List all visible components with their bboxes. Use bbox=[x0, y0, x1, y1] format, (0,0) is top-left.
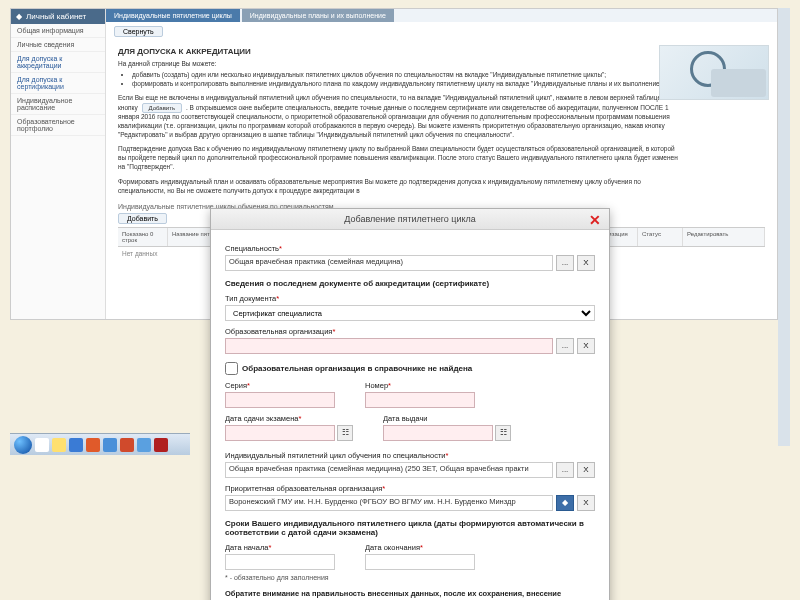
specialty-label: Специальность bbox=[225, 244, 595, 253]
series-input[interactable] bbox=[225, 392, 335, 408]
cert-section-heading: Сведения о последнем документе об аккред… bbox=[225, 279, 595, 288]
cycle-label: Индивидуальный пятилетний цикл обучения … bbox=[225, 451, 595, 460]
sidebar-item-accreditation[interactable]: Для допуска к аккредитации bbox=[11, 52, 105, 73]
col-shown: Показано 0 строк bbox=[118, 228, 168, 246]
required-footnote: * - обязательно для заполнения bbox=[225, 574, 595, 581]
col-status: Статус bbox=[638, 228, 683, 246]
browser-icon[interactable] bbox=[69, 438, 83, 452]
pdf-icon[interactable] bbox=[154, 438, 168, 452]
taskbar bbox=[10, 433, 190, 455]
issue-date-label: Дата выдачи bbox=[383, 414, 511, 423]
sidebar-item-schedule[interactable]: Индивидуальное расписание bbox=[11, 94, 105, 115]
folder-icon[interactable] bbox=[52, 438, 66, 452]
series-label: Серия bbox=[225, 381, 335, 390]
eduorg-label: Образовательная организация bbox=[225, 327, 595, 336]
start-orb-icon[interactable] bbox=[14, 436, 32, 454]
cycle-clear-button[interactable]: X bbox=[577, 462, 595, 478]
paragraph-3: Формировать индивидуальный план и осваив… bbox=[118, 178, 678, 196]
cycle-input[interactable]: Общая врачебная практика (семейная медиц… bbox=[225, 462, 553, 478]
sidebar-item-general[interactable]: Общая информация bbox=[11, 24, 105, 38]
tab-plans[interactable]: Индивидуальные планы и их выполнение bbox=[242, 9, 394, 22]
start-date-label: Дата начала bbox=[225, 543, 335, 552]
exam-date-calendar-icon[interactable]: ☷ bbox=[337, 425, 353, 441]
modal-title: Добавление пятилетнего цикла bbox=[344, 214, 476, 224]
start-date-input[interactable] bbox=[225, 554, 335, 570]
inline-add-button[interactable]: Добавить bbox=[142, 103, 183, 113]
end-date-label: Дата окончания bbox=[365, 543, 475, 552]
firefox-icon[interactable] bbox=[86, 438, 100, 452]
eduorg-input[interactable] bbox=[225, 338, 553, 354]
priority-clear-button[interactable]: X bbox=[577, 495, 595, 511]
word-icon[interactable] bbox=[103, 438, 117, 452]
explorer-icon[interactable] bbox=[35, 438, 49, 452]
org-not-found-label: Образовательная организация в справочник… bbox=[242, 364, 472, 373]
org-not-found-checkbox[interactable] bbox=[225, 362, 238, 375]
close-icon[interactable]: ✕ bbox=[589, 212, 601, 228]
sidebar-header: ◆ Личный кабинет bbox=[11, 9, 105, 24]
warning-note: Обратите внимание на правильность внесен… bbox=[225, 589, 595, 600]
add-cycle-modal: Добавление пятилетнего цикла ✕ Специальн… bbox=[210, 208, 610, 600]
issue-date-input[interactable] bbox=[383, 425, 493, 441]
col-edit: Редактировать bbox=[683, 228, 765, 246]
eduorg-clear-button[interactable]: X bbox=[577, 338, 595, 354]
sidebar-item-certification[interactable]: Для допуска к сертификации bbox=[11, 73, 105, 94]
collapse-button[interactable]: Свернуть bbox=[114, 26, 163, 37]
modal-title-bar: Добавление пятилетнего цикла ✕ bbox=[211, 209, 609, 230]
exam-date-input[interactable] bbox=[225, 425, 335, 441]
cycle-lookup-button[interactable]: ... bbox=[556, 462, 574, 478]
priority-lookup-button[interactable]: ◆ bbox=[556, 495, 574, 511]
priority-label: Приоритетная образовательная организация bbox=[225, 484, 595, 493]
specialty-clear-button[interactable]: X bbox=[577, 255, 595, 271]
specialty-input[interactable]: Общая врачебная практика (семейная медиц… bbox=[225, 255, 553, 271]
modal-body: Специальность Общая врачебная практика (… bbox=[211, 230, 609, 600]
exam-date-label: Дата сдачи экзамена bbox=[225, 414, 353, 423]
dates-section-heading: Сроки Вашего индивидуального пятилетнего… bbox=[225, 519, 595, 537]
doctype-select[interactable]: Сертификат специалиста bbox=[225, 305, 595, 321]
sidebar-item-personal[interactable]: Личные сведения bbox=[11, 38, 105, 52]
priority-input[interactable]: Воронежский ГМУ им. Н.Н. Бурденко (ФГБОУ… bbox=[225, 495, 553, 511]
eduorg-lookup-button[interactable]: ... bbox=[556, 338, 574, 354]
paragraph-1: Если Вы еще не включены в индивидуальный… bbox=[118, 94, 678, 139]
scrollbar[interactable] bbox=[778, 8, 790, 446]
doctype-label: Тип документа bbox=[225, 294, 595, 303]
powerpoint-icon[interactable] bbox=[120, 438, 134, 452]
tabs: Индивидуальные пятилетние циклы Индивиду… bbox=[106, 9, 777, 22]
issue-date-calendar-icon[interactable]: ☷ bbox=[495, 425, 511, 441]
sidebar: ◆ Личный кабинет Общая информация Личные… bbox=[11, 9, 106, 319]
specialty-lookup-button[interactable]: ... bbox=[556, 255, 574, 271]
app-icon[interactable] bbox=[137, 438, 151, 452]
paragraph-2: Подтверждение допуска Вас к обучению по … bbox=[118, 145, 678, 171]
sidebar-item-portfolio[interactable]: Образовательное портфолио bbox=[11, 115, 105, 136]
number-input[interactable] bbox=[365, 392, 475, 408]
tab-cycles[interactable]: Индивидуальные пятилетние циклы bbox=[106, 9, 240, 22]
sidebar-title: Личный кабинет bbox=[26, 12, 86, 21]
logo-icon: ◆ bbox=[16, 12, 22, 21]
number-label: Номер bbox=[365, 381, 475, 390]
add-button[interactable]: Добавить bbox=[118, 213, 167, 224]
stethoscope-illustration bbox=[659, 45, 769, 100]
end-date-input[interactable] bbox=[365, 554, 475, 570]
